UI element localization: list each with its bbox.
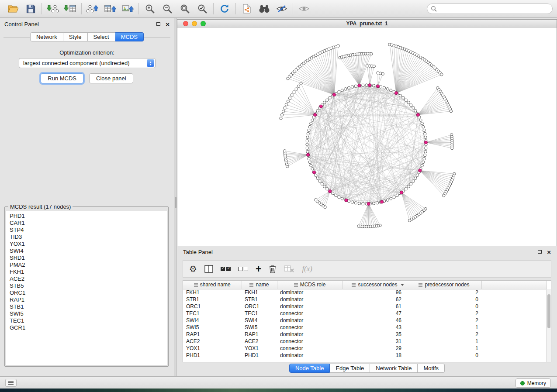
- table-cell: 2: [407, 310, 481, 317]
- window-minimize-icon[interactable]: [192, 21, 197, 26]
- tab-node-table[interactable]: Node Table: [289, 364, 330, 373]
- table-cell: connector: [277, 324, 343, 331]
- table-scrollbar[interactable]: [546, 289, 551, 362]
- document-share-button[interactable]: [238, 1, 256, 16]
- mcds-result-list[interactable]: PHD1CAR1STP4TID3YOX1SWI4SRD1PMA2FKH1ACE2…: [6, 211, 167, 365]
- clear-table-button[interactable]: [284, 265, 294, 273]
- mcds-result-item[interactable]: PHD1: [6, 213, 167, 220]
- mcds-result-item[interactable]: STP4: [6, 227, 167, 234]
- table-row[interactable]: ACE2ACE2connector311: [183, 338, 547, 345]
- export-table-button[interactable]: [101, 1, 119, 16]
- deselect-all-button[interactable]: [238, 267, 248, 271]
- table-cell: dominator: [277, 296, 343, 303]
- close-panel-button[interactable]: Close panel: [89, 73, 133, 83]
- mcds-result-item[interactable]: STB5: [6, 282, 167, 289]
- table-cell: 1: [407, 324, 481, 331]
- save-session-button[interactable]: [22, 1, 39, 16]
- run-mcds-button[interactable]: Run MCDS: [41, 73, 83, 83]
- mcds-result-item[interactable]: CAR1: [6, 220, 167, 227]
- table-row[interactable]: ORC1ORC1dominator610: [183, 303, 547, 310]
- zoom-out-button[interactable]: [159, 1, 176, 16]
- zoom-fit-button[interactable]: [176, 1, 194, 16]
- export-network-button[interactable]: [84, 1, 101, 16]
- column-header-mcds-role[interactable]: MCDS role: [277, 281, 343, 289]
- search-input[interactable]: [439, 6, 549, 12]
- table-row[interactable]: PHD1PHD1dominator180: [183, 352, 547, 359]
- table-cell: FKH1: [183, 289, 242, 296]
- sort-icon: [294, 283, 298, 287]
- tab-motifs[interactable]: Motifs: [418, 364, 445, 373]
- app-window: Control Panel × Network Style Select MCD…: [0, 0, 557, 389]
- open-file-button[interactable]: [4, 1, 22, 16]
- tab-network[interactable]: Network: [30, 32, 63, 41]
- table-row[interactable]: TEC1TEC1connector472: [183, 310, 547, 317]
- tab-style[interactable]: Style: [63, 32, 88, 41]
- float-panel-icon[interactable]: [156, 22, 160, 26]
- scrollbar-thumb[interactable]: [547, 294, 550, 328]
- column-header-name[interactable]: name: [242, 281, 277, 289]
- refresh-layout-button[interactable]: [216, 1, 233, 16]
- toolbar-separator: [213, 3, 214, 14]
- delete-column-button[interactable]: [269, 265, 277, 274]
- table-row[interactable]: FKH1FKH1dominator962: [183, 289, 547, 296]
- mcds-result-item[interactable]: SRD1: [6, 254, 167, 261]
- tab-mcds[interactable]: MCDS: [115, 32, 144, 41]
- table-cell: RAP1: [242, 331, 277, 338]
- find-button[interactable]: [256, 1, 273, 16]
- tab-network-table[interactable]: Network Table: [370, 364, 418, 373]
- panel-menu-button[interactable]: [5, 379, 17, 387]
- node-table-body: FKH1FKH1dominator962STB1STB1dominator620…: [183, 289, 547, 359]
- table-row[interactable]: SWI4SWI4dominator462: [183, 317, 547, 324]
- table-cell: TEC1: [183, 310, 242, 317]
- mcds-result-item[interactable]: YOX1: [6, 241, 167, 248]
- zoom-in-button[interactable]: [141, 1, 159, 16]
- mcds-result-item[interactable]: TID3: [6, 234, 167, 241]
- search-box[interactable]: [427, 3, 553, 14]
- hide-selected-button[interactable]: [273, 1, 291, 16]
- import-network-button[interactable]: [44, 1, 62, 16]
- table-cell: 2: [407, 289, 481, 296]
- function-builder-button[interactable]: f(x): [302, 265, 312, 273]
- zoom-selected-button[interactable]: [194, 1, 211, 16]
- add-column-button[interactable]: +: [256, 264, 261, 274]
- mcds-result-item[interactable]: TEC1: [6, 317, 167, 324]
- desktop: Control Panel × Network Style Select MCD…: [0, 0, 557, 392]
- network-window-titlebar[interactable]: YPA_prune.txt_1: [177, 20, 557, 28]
- memory-button[interactable]: Memory: [515, 378, 551, 388]
- mcds-result-item[interactable]: ORC1: [6, 289, 167, 296]
- mcds-result-item[interactable]: PMA2: [6, 261, 167, 268]
- criterion-dropdown[interactable]: largest connected component (undirected)…: [19, 58, 156, 68]
- import-table-button[interactable]: [62, 1, 79, 16]
- float-table-panel-icon[interactable]: [538, 250, 542, 254]
- table-row[interactable]: SWI5SWI5connector431: [183, 324, 547, 331]
- document-share-icon: [242, 3, 252, 14]
- tab-select[interactable]: Select: [88, 32, 115, 41]
- network-canvas[interactable]: [177, 28, 557, 246]
- column-header-predecessor-nodes[interactable]: predecessor nodes: [407, 281, 481, 289]
- tab-edge-table[interactable]: Edge Table: [330, 364, 370, 373]
- mcds-result-item[interactable]: SWI5: [6, 310, 167, 317]
- column-header-successor-nodes[interactable]: successor nodes: [343, 281, 407, 289]
- mcds-result-item[interactable]: GCR1: [6, 324, 167, 331]
- table-row[interactable]: STB1STB1dominator620: [183, 296, 547, 303]
- zoom-selected-icon: [197, 3, 208, 14]
- mcds-result-item[interactable]: SWI4: [6, 248, 167, 254]
- table-row[interactable]: RAP1RAP1dominator352: [183, 331, 547, 338]
- mcds-result-item[interactable]: ACE2: [6, 275, 167, 282]
- mcds-result-item[interactable]: STB1: [6, 303, 167, 310]
- window-close-icon[interactable]: [183, 21, 188, 26]
- mcds-result-item[interactable]: FKH1: [6, 268, 167, 275]
- close-panel-icon[interactable]: ×: [166, 21, 170, 28]
- close-table-panel-icon[interactable]: ×: [547, 249, 551, 255]
- show-columns-button[interactable]: [204, 265, 213, 273]
- splitter-grip[interactable]: [175, 197, 176, 208]
- node-table: shared name name MCDS role successor nod…: [183, 280, 551, 362]
- window-zoom-icon[interactable]: [201, 21, 206, 26]
- column-header-shared-name[interactable]: shared name: [183, 281, 242, 289]
- table-settings-button[interactable]: ⚙: [189, 265, 197, 273]
- select-all-button[interactable]: [221, 267, 231, 271]
- show-hidden-button[interactable]: [295, 1, 313, 16]
- mcds-result-item[interactable]: RAP1: [6, 296, 167, 303]
- table-row[interactable]: YOX1YOX1connector291: [183, 345, 547, 352]
- export-image-button[interactable]: [119, 1, 136, 16]
